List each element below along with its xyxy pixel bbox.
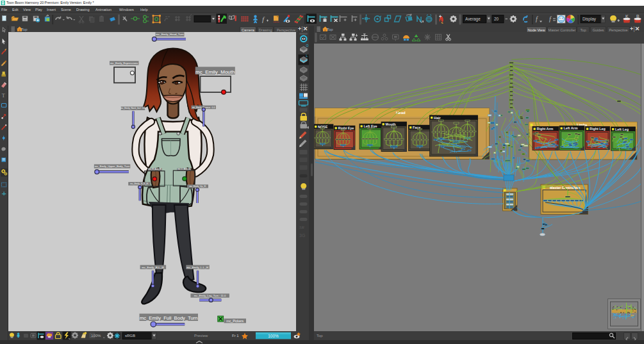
svg-text:sRGB: sRGB (125, 334, 135, 338)
svg-text:Mouth: Mouth (386, 122, 396, 126)
svg-text:Average: Average (465, 17, 481, 22)
svg-text:Right Eye: Right Eye (338, 126, 354, 130)
svg-text:100%: 100% (268, 334, 279, 338)
svg-text:mc_Emily_Mouth: mc_Emily_Mouth (195, 69, 235, 75)
svg-text:3G: 3G (299, 233, 305, 238)
svg-text:Preview: Preview (194, 334, 208, 338)
svg-text:mc_Emily_Full_Body_Turn: mc_Emily_Full_Body_Turn (140, 315, 197, 321)
svg-text:mc_Emily_Head_Turn: mc_Emily_Head_Turn (156, 33, 184, 36)
svg-text:100%: 100% (91, 334, 101, 338)
svg-text:mc_Emily_L-L_IK: mc_Emily_L-L_IK (186, 266, 208, 269)
svg-text:Left Arm: Left Arm (564, 126, 578, 130)
svg-text:mc_Emily_Neck_Incl : 0.0: mc_Emily_Neck_Incl : 0.0 (120, 107, 145, 110)
svg-text:Fr 1: Fr 1 (232, 334, 239, 338)
svg-text:20: 20 (494, 17, 499, 21)
svg-text:mc_R_Arm_IK: mc_R_Arm_IK (149, 168, 162, 170)
svg-text:mc_Emily_S_R_IK: mc_Emily_S_R_IK (130, 183, 149, 185)
svg-text:T: T (2, 93, 5, 99)
svg-text:O: O (306, 44, 309, 47)
svg-text:Display: Display (582, 17, 597, 22)
svg-text:Hair: Hair (434, 116, 441, 120)
svg-text:Left Eye: Left Eye (364, 124, 377, 128)
svg-text:Right Leg: Right Leg (590, 127, 606, 131)
svg-text:Right Arm: Right Arm (537, 127, 554, 131)
svg-text:mc_Emily_R-L_IK: mc_Emily_R-L_IK (142, 266, 164, 269)
svg-text:L: L (306, 54, 308, 58)
svg-text:mc_Pickers: mc_Pickers (226, 319, 244, 323)
svg-text:SR: SR (299, 225, 305, 230)
svg-text:mc_Emily_Upper_Body_Turn: mc_Emily_Upper_Body_Turn (95, 165, 130, 168)
svg-text:mc_Emily_Leg_Turn : 11.0: mc_Emily_Leg_Turn : 11.0 (194, 294, 226, 297)
svg-text:Left Leg: Left Leg (615, 127, 629, 131)
svg-text:mc_Emily_Up_IK: mc_Emily_Up_IK (189, 185, 206, 188)
svg-text:mc_Emily_Expressions: mc_Emily_Expressions (110, 61, 138, 65)
